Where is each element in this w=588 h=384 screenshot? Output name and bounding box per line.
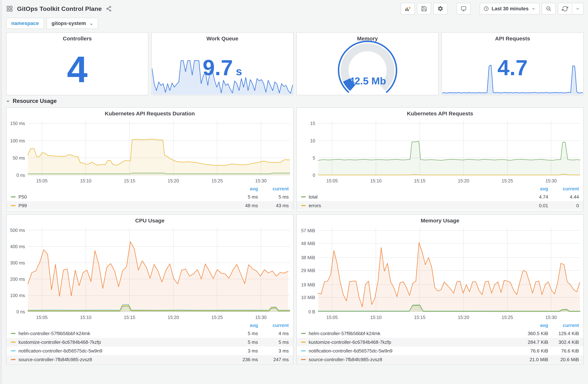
svg-text:100 ms: 100 ms xyxy=(10,138,25,143)
series-label[interactable]: kustomize-controller-6c6784b468-7kzfp xyxy=(19,340,231,345)
legend-sort-avg[interactable]: avg xyxy=(521,323,548,328)
zoom-out-time-button[interactable] xyxy=(542,3,556,15)
svg-text:15:20: 15:20 xyxy=(168,315,179,320)
svg-text:15:20: 15:20 xyxy=(458,315,469,320)
svg-text:15:05: 15:05 xyxy=(326,178,338,183)
series-label[interactable]: P50 xyxy=(19,194,231,200)
legend-row[interactable]: source-controller-7fb84fc985-zvsz821.0 M… xyxy=(297,355,583,364)
timeseries-chart[interactable]: 0 ns50 ms100 ms150 ms15:0515:1015:1515:2… xyxy=(6,118,293,185)
series-label[interactable]: notification-controller-6d56575dc-5w9n9 xyxy=(309,348,521,354)
chart-legend: avgcurrenthelm-controller-57f9b56bbf-k24… xyxy=(297,321,583,365)
legend-sort-avg[interactable]: avg xyxy=(521,186,548,192)
series-color-dash xyxy=(11,196,16,197)
dashboards-grid-icon[interactable] xyxy=(6,5,13,12)
svg-text:57 MiB: 57 MiB xyxy=(301,228,315,233)
cycle-view-mode-button[interactable] xyxy=(457,3,471,15)
dashboard-title: GitOps Toolkit Control Plane xyxy=(17,5,102,12)
stat-value-controllers: 4 xyxy=(6,47,148,95)
legend-header: avgcurrent xyxy=(297,321,583,329)
panel-title[interactable]: API Requests xyxy=(442,33,583,43)
svg-text:15:15: 15:15 xyxy=(414,178,425,183)
legend-row[interactable]: source-controller-7fb84fc985-zvsz8236 ms… xyxy=(6,355,293,364)
panel-title[interactable]: Kubernetes API Requests Duration xyxy=(6,107,293,118)
legend-row[interactable]: helm-controller-57f9b56bbf-k24mk360.5 Ki… xyxy=(297,329,583,338)
series-avg-value: 3 ms xyxy=(231,348,258,354)
panel-k8s-api-requests: Kubernetes API Requests 05101515:0515:10… xyxy=(296,107,584,211)
legend-row[interactable]: notification-controller-6d56575dc-5w9n93… xyxy=(6,346,293,355)
legend-sort-avg[interactable]: avg xyxy=(231,186,258,192)
svg-text:15:05: 15:05 xyxy=(36,315,48,320)
legend-row[interactable]: total4.744.44 xyxy=(297,192,583,201)
timeseries-chart[interactable]: 05101515:0515:1015:1515:2015:2515:30 xyxy=(297,118,583,185)
series-label[interactable]: source-controller-7fb84fc985-zvsz8 xyxy=(309,357,521,363)
chevron-down-icon xyxy=(6,99,10,103)
series-label[interactable]: total xyxy=(309,194,521,200)
svg-text:15:30: 15:30 xyxy=(255,178,267,183)
series-label[interactable]: kustomize-controller-6c6784b468-7kzfp xyxy=(309,340,521,345)
legend-row[interactable]: errors0.010 xyxy=(297,201,583,210)
legend-row[interactable]: P505 ms5 ms xyxy=(6,192,293,201)
svg-text:0 B: 0 B xyxy=(308,309,315,314)
svg-text:15: 15 xyxy=(310,121,315,126)
svg-text:15:30: 15:30 xyxy=(255,315,267,320)
series-label[interactable]: helm-controller-57f9b56bbf-k24mk xyxy=(309,331,521,336)
svg-text:0 ns: 0 ns xyxy=(17,309,25,314)
series-color-dash xyxy=(11,341,16,343)
series-label[interactable]: P99 xyxy=(19,203,231,209)
svg-text:0 ns: 0 ns xyxy=(17,173,25,178)
timeseries-chart[interactable]: 0 ns100 ms200 ms300 ms400 ms500 ms15:051… xyxy=(6,225,293,321)
refresh-button[interactable] xyxy=(558,3,572,15)
panel-title[interactable]: Work Queue xyxy=(152,33,293,43)
svg-text:15:10: 15:10 xyxy=(370,178,382,183)
series-label[interactable]: notification-controller-6d56575dc-5w9n9 xyxy=(19,348,231,354)
series-label[interactable]: errors xyxy=(309,203,521,209)
legend-header: avgcurrent xyxy=(6,185,293,192)
work-queue-sparkline[interactable] xyxy=(152,58,293,95)
series-current-value: 43 ms xyxy=(258,203,289,209)
legend-sort-avg[interactable]: avg xyxy=(231,323,258,328)
svg-text:15:15: 15:15 xyxy=(124,178,135,183)
legend-sort-current[interactable]: current xyxy=(258,186,289,192)
legend-sort-current[interactable]: current xyxy=(548,323,579,328)
series-label[interactable]: source-controller-7fb84fc985-zvsz8 xyxy=(19,357,231,363)
series-current-value: 4.44 xyxy=(548,194,579,200)
dashboard-settings-button[interactable] xyxy=(433,3,447,15)
legend-sort-current[interactable]: current xyxy=(258,323,289,328)
api-requests-sparkline[interactable] xyxy=(442,64,583,95)
series-avg-value: 76.6 KiB xyxy=(521,348,548,354)
row-toggle-resource-usage[interactable]: Resource Usage xyxy=(2,95,588,107)
legend-row[interactable]: kustomize-controller-6c6784b468-7kzfp5 m… xyxy=(6,338,293,346)
panel-title[interactable]: CPU Usage xyxy=(6,215,293,225)
panel-title[interactable]: Memory Usage xyxy=(297,215,583,225)
add-panel-button[interactable] xyxy=(401,3,415,15)
series-avg-value: 5 ms xyxy=(231,340,258,345)
panel-title[interactable]: Controllers xyxy=(6,33,148,43)
legend-header: avgcurrent xyxy=(6,321,293,329)
refresh-interval-dropdown[interactable] xyxy=(572,3,584,15)
series-label[interactable]: helm-controller-57f9b56bbf-k24mk xyxy=(19,331,231,336)
variable-value-dropdown[interactable]: gitops-system ⌄ xyxy=(46,18,98,29)
time-range-picker[interactable]: Last 30 minutes xyxy=(480,3,539,15)
gauge-value: 42.5 Mb xyxy=(297,75,438,87)
series-avg-value: 48 ms xyxy=(231,203,258,209)
series-current-value: 302.4 KiB xyxy=(548,340,579,345)
legend-sort-current[interactable]: current xyxy=(548,186,579,192)
time-range-label: Last 30 minutes xyxy=(492,6,529,12)
chart-legend: avgcurrenthelm-controller-57f9b56bbf-k24… xyxy=(6,321,293,365)
legend-row[interactable]: helm-controller-57f9b56bbf-k24mk5 ms4 ms xyxy=(6,329,293,338)
series-avg-value: 5 ms xyxy=(231,194,258,200)
panel-title[interactable]: Kubernetes API Requests xyxy=(297,107,583,118)
share-icon[interactable] xyxy=(106,6,112,12)
svg-text:0: 0 xyxy=(313,173,315,178)
svg-text:15:15: 15:15 xyxy=(124,315,135,320)
legend-row[interactable]: notification-controller-6d56575dc-5w9n97… xyxy=(297,346,583,355)
series-avg-value: 236 ms xyxy=(231,357,258,363)
series-color-dash xyxy=(11,205,16,206)
chevron-down-icon: ⌄ xyxy=(89,21,93,26)
series-color-dash xyxy=(301,205,306,206)
timeseries-chart[interactable]: 0 B10 MiB19 MiB29 MiB38 MiB48 MiB57 MiB1… xyxy=(297,225,583,321)
svg-text:15:25: 15:25 xyxy=(211,178,223,183)
legend-row[interactable]: kustomize-controller-6c6784b468-7kzfp284… xyxy=(297,338,583,346)
save-dashboard-button[interactable] xyxy=(417,3,431,15)
legend-row[interactable]: P9948 ms43 ms xyxy=(6,201,293,210)
